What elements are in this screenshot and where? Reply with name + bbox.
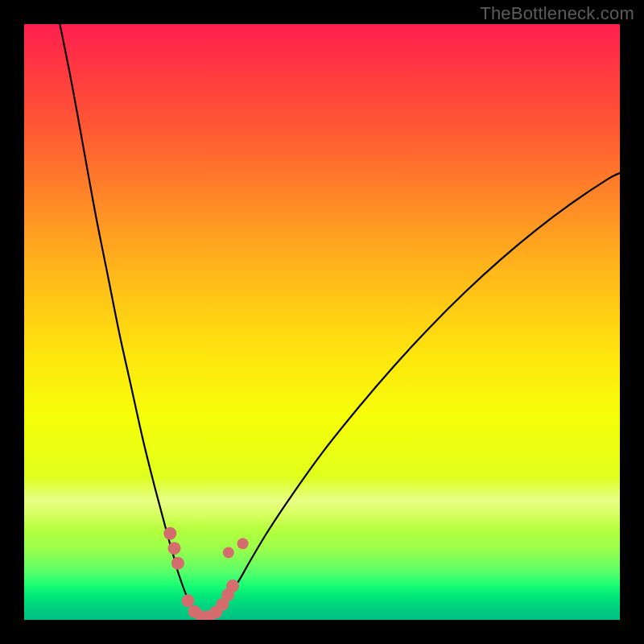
data-marker xyxy=(167,542,180,555)
watermark-text: TheBottleneck.com xyxy=(480,3,634,24)
data-marker xyxy=(226,580,239,592)
chart-stage: TheBottleneck.com xyxy=(0,0,644,644)
data-marker xyxy=(237,538,249,549)
data-marker xyxy=(182,594,195,607)
plot-area xyxy=(24,24,620,620)
marker-group xyxy=(163,527,248,620)
curve-layer xyxy=(24,24,620,620)
data-marker xyxy=(223,547,234,558)
curve-left xyxy=(60,24,196,614)
data-marker xyxy=(171,557,184,570)
curve-right xyxy=(215,173,620,614)
data-marker xyxy=(163,527,176,540)
